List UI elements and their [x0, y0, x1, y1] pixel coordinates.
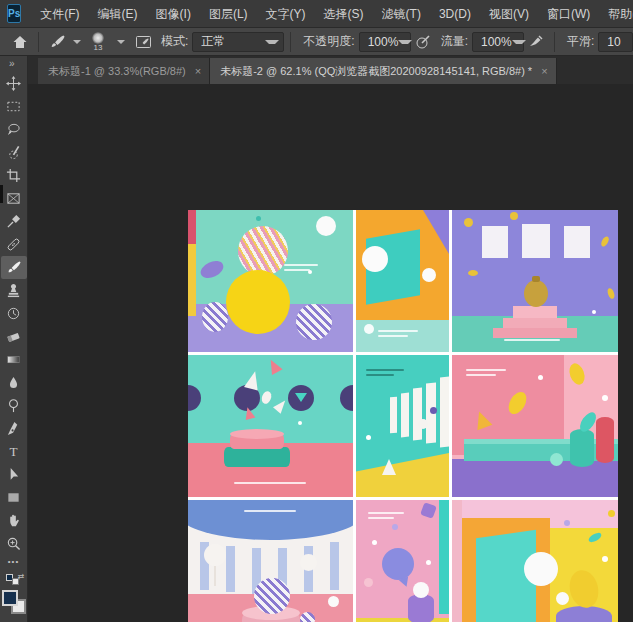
decor-shape: [532, 276, 540, 282]
decor-shape: [556, 592, 569, 605]
marquee-tool[interactable]: [1, 95, 27, 118]
decor-shape: [364, 324, 374, 334]
home-icon[interactable]: [8, 31, 32, 53]
decor-shape: [493, 328, 577, 338]
pasted-image-grid[interactable]: [188, 210, 618, 622]
menu-layer[interactable]: 图层(L): [200, 0, 257, 28]
foreground-color-swatch[interactable]: [2, 590, 18, 606]
decor-shape: [466, 369, 506, 379]
photoshop-logo[interactable]: Ps: [7, 4, 21, 23]
decor-shape: [188, 244, 196, 316]
separator: [38, 32, 39, 52]
decor-shape: [382, 548, 414, 580]
artwork-cell-r1c1: [188, 210, 353, 352]
collapse-panel-icon[interactable]: »: [0, 56, 15, 72]
smoothing-field[interactable]: 10: [598, 32, 633, 52]
svg-text:T: T: [9, 444, 17, 459]
decor-shape: [452, 500, 462, 622]
smoothing-value: 10: [607, 35, 620, 49]
frame-tool[interactable]: [1, 187, 27, 210]
brush-preset-picker[interactable]: 13: [85, 32, 111, 52]
menu-view[interactable]: 视图(V): [480, 0, 538, 28]
separator: [290, 32, 291, 52]
chevron-down-icon[interactable]: [117, 40, 125, 44]
menu-image[interactable]: 图像(I): [147, 0, 200, 28]
decor-shape: [198, 258, 226, 282]
decor-shape: [356, 618, 449, 622]
pen-tool[interactable]: [1, 417, 27, 440]
airbrush-icon[interactable]: [524, 31, 548, 53]
decor-shape: [284, 269, 310, 271]
brush-tool[interactable]: [1, 256, 27, 279]
spot-healing-tool[interactable]: [1, 233, 27, 256]
path-selection-tool[interactable]: [1, 463, 27, 486]
menu-edit[interactable]: 编辑(E): [89, 0, 147, 28]
decor-shape: [422, 268, 436, 282]
decor-shape: [426, 560, 431, 565]
decor-shape: [378, 330, 418, 332]
decor-shape: [382, 459, 396, 475]
quick-selection-tool[interactable]: [1, 141, 27, 164]
edit-toolbar-icon[interactable]: •••: [8, 555, 19, 571]
opacity-field[interactable]: 100%: [359, 32, 411, 52]
decor-shape: [368, 517, 394, 519]
decor-shape: [284, 264, 318, 266]
decor-shape: [564, 226, 590, 258]
decor-shape: [265, 357, 282, 375]
document-tab-1[interactable]: 未标题-1 @ 33.3%(RGB/8#) ×: [38, 58, 210, 84]
tab-title: 未标题-1 @ 33.3%(RGB/8#): [48, 64, 186, 79]
lasso-tool[interactable]: [1, 118, 27, 141]
artwork-cell-r3c2: [356, 500, 449, 622]
crop-tool[interactable]: [1, 164, 27, 187]
rectangle-tool[interactable]: [1, 486, 27, 509]
mode-select[interactable]: 正常: [192, 32, 284, 52]
gradient-tool[interactable]: [1, 348, 27, 371]
close-tab-icon[interactable]: ×: [541, 65, 547, 77]
history-brush-tool[interactable]: [1, 302, 27, 325]
artwork-cell-r1c3: [452, 210, 618, 352]
menu-type[interactable]: 文字(Y): [257, 0, 315, 28]
decor-shape: [256, 216, 261, 221]
artwork-cell-r2c3: [452, 355, 618, 497]
menu-filter[interactable]: 滤镜(T): [373, 0, 430, 28]
menu-3d[interactable]: 3D(D): [430, 0, 480, 28]
flow-field[interactable]: 100%: [472, 32, 524, 52]
blur-tool[interactable]: [1, 371, 27, 394]
toggle-brush-panel-icon[interactable]: [131, 31, 155, 53]
chevron-down-icon[interactable]: [73, 40, 81, 44]
type-tool[interactable]: T: [1, 440, 27, 463]
flow-label: 流量:: [441, 33, 468, 50]
eyedropper-tool[interactable]: [1, 210, 27, 233]
decor-shape: [550, 453, 563, 466]
clone-stamp-tool[interactable]: [1, 279, 27, 302]
artwork-cell-r1c2: [356, 210, 449, 352]
brush-tip-preview: [92, 32, 104, 44]
decor-shape: [390, 397, 397, 434]
menu-select[interactable]: 选择(S): [315, 0, 373, 28]
menu-window[interactable]: 窗口(W): [538, 0, 599, 28]
decor-shape: [368, 512, 404, 514]
zoom-tool[interactable]: [1, 532, 27, 555]
decor-shape: [295, 393, 307, 402]
decor-shape: [413, 582, 429, 598]
hand-tool[interactable]: [1, 509, 27, 532]
decor-shape: [564, 520, 570, 526]
eraser-tool[interactable]: [1, 325, 27, 348]
close-tab-icon[interactable]: ×: [195, 65, 201, 77]
decor-shape: [356, 453, 449, 497]
decor-shape: [328, 596, 339, 607]
swap-colors-icon[interactable]: ⇄: [6, 574, 22, 586]
decor-shape: [284, 264, 318, 274]
decor-shape: [466, 369, 506, 371]
pressure-opacity-icon[interactable]: [411, 31, 435, 53]
move-tool[interactable]: [1, 72, 27, 95]
document-tab-2[interactable]: 未标题-2 @ 62.1% (QQ浏览器截图20200928145141, RG…: [210, 58, 556, 84]
menu-file[interactable]: 文件(F): [31, 0, 88, 28]
decor-shape: [464, 218, 473, 227]
decor-shape: [366, 369, 404, 379]
dodge-tool[interactable]: [1, 394, 27, 417]
menu-help[interactable]: 帮助(H): [599, 0, 633, 28]
brush-tool-icon[interactable]: [45, 31, 69, 53]
decor-shape: [234, 482, 306, 487]
color-swatches: [2, 590, 26, 616]
